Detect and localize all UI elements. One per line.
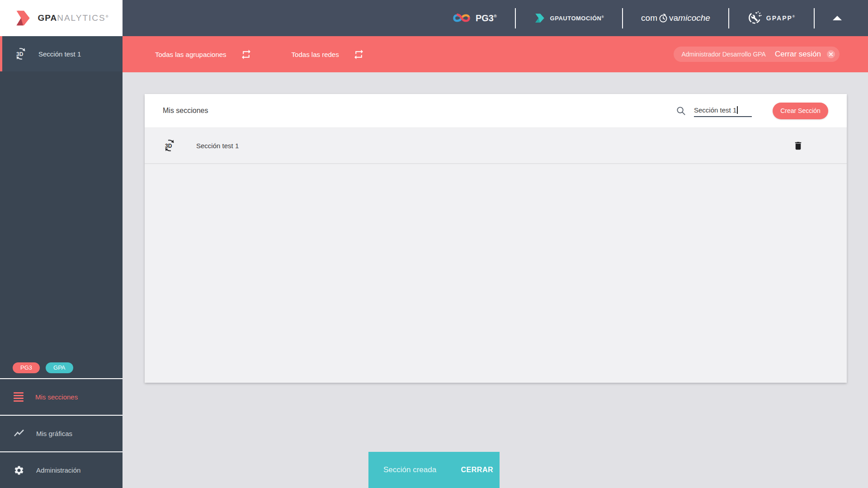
sidebar-item-label: Sección test 1: [38, 50, 81, 58]
repeat-icon[interactable]: [241, 49, 252, 60]
brand-name: GPANALYTICS®: [38, 13, 108, 23]
logo-gpautomocion-label: GPAUTOMOCIÓN®: [550, 15, 604, 22]
menu-icon: [14, 392, 24, 402]
logo-gpapp-label: GPAPP®: [766, 14, 796, 22]
header-divider: [814, 8, 815, 28]
clock-icon: [658, 13, 668, 23]
delete-section-button[interactable]: [793, 141, 803, 151]
sidebar-spacer: [0, 71, 123, 357]
menu-item-label: Administración: [36, 466, 80, 474]
logo-gpapp[interactable]: GPAPP®: [747, 11, 796, 25]
logout-label: Cerrar sesión: [775, 50, 821, 59]
brand-logo[interactable]: GPANALYTICS®: [0, 0, 123, 36]
logo-pg3[interactable]: PG3®: [452, 12, 497, 24]
menu-item-label: Mis secciones: [35, 393, 78, 401]
badge-gpa[interactable]: GPA: [46, 362, 73, 373]
sidebar: GPANALYTICS® 3D Sección test 1 PG3 GPA M…: [0, 0, 123, 488]
header-divider: [515, 8, 516, 28]
filter-redes-label[interactable]: Todas las redes: [292, 51, 339, 58]
logo-cvm-part1: com: [641, 13, 657, 23]
gear-icon: [14, 465, 24, 476]
search-input-value: Sección test 1: [694, 106, 736, 114]
header-divider: [728, 8, 729, 28]
filter-agrupaciones-label[interactable]: Todas las agrupaciones: [155, 51, 226, 58]
card-header-actions: Sección test 1 Crear Sección: [676, 103, 828, 119]
pg3-infinity-icon: [452, 12, 471, 24]
line-chart-icon: [14, 428, 24, 439]
filter-bar: Todas las agrupaciones Todas las redes A…: [123, 36, 868, 72]
crear-seccion-button[interactable]: Crear Sección: [773, 103, 828, 119]
logo-comoravamicoche[interactable]: com vamicoche: [641, 13, 710, 23]
section-row-label: Sección test 1: [196, 142, 239, 150]
sidebar-menu: Mis secciones Mis gráficas Administració…: [0, 378, 123, 488]
search-icon[interactable]: [676, 106, 686, 116]
collapse-header-arrow-icon[interactable]: [833, 16, 842, 20]
sidebar-item-administracion[interactable]: Administración: [0, 451, 123, 488]
gpautomocion-arrow-icon: [534, 12, 546, 24]
toast-cerrar-button[interactable]: CERRAR: [461, 466, 493, 474]
svg-text:3D: 3D: [16, 51, 24, 57]
3d-rotation-icon: 3D: [163, 139, 176, 152]
badge-pg3[interactable]: PG3: [13, 362, 40, 373]
sidebar-item-seccion-test-1[interactable]: 3D Sección test 1: [0, 36, 123, 71]
logo-cvm-part2: vamicoche: [669, 13, 710, 23]
header-divider: [622, 8, 623, 28]
logo-gpautomocion[interactable]: GPAUTOMOCIÓN®: [534, 12, 604, 24]
close-session-icon: [826, 50, 835, 59]
toast-notification: Sección creada CERRAR: [368, 452, 500, 488]
menu-item-label: Mis gráficas: [36, 430, 72, 437]
logo-pg3-label: PG3®: [476, 13, 497, 23]
card-body-empty: [145, 164, 847, 383]
sidebar-item-mis-graficas[interactable]: Mis gráficas: [0, 415, 123, 451]
text-cursor: [737, 106, 738, 114]
user-session-pill: Administrador Desarrollo GPA Cerrar sesi…: [674, 47, 840, 62]
svg-text:3D: 3D: [165, 143, 172, 149]
gpapp-wrench-icon: [747, 11, 762, 25]
sidebar-item-mis-secciones[interactable]: Mis secciones: [0, 378, 123, 415]
logout-button[interactable]: Cerrar sesión: [775, 50, 835, 59]
repeat-icon[interactable]: [353, 49, 364, 60]
3d-rotation-icon: 3D: [14, 47, 28, 61]
search-input[interactable]: Sección test 1: [694, 105, 752, 117]
section-list-row[interactable]: 3D Sección test 1: [145, 128, 847, 164]
user-name: Administrador Desarrollo GPA: [681, 51, 765, 58]
sidebar-badges: PG3 GPA: [0, 357, 123, 378]
card-header: Mis secciones Sección test 1 Crear Secci…: [145, 94, 847, 128]
page-title: Mis secciones: [163, 107, 208, 115]
gpanalytics-logo-icon: [14, 9, 33, 27]
toast-message: Sección creada: [383, 465, 436, 474]
mis-secciones-card: Mis secciones Sección test 1 Crear Secci…: [145, 94, 847, 383]
top-header: PG3® GPAUTOMOCIÓN® com vamicoche: [123, 0, 868, 36]
